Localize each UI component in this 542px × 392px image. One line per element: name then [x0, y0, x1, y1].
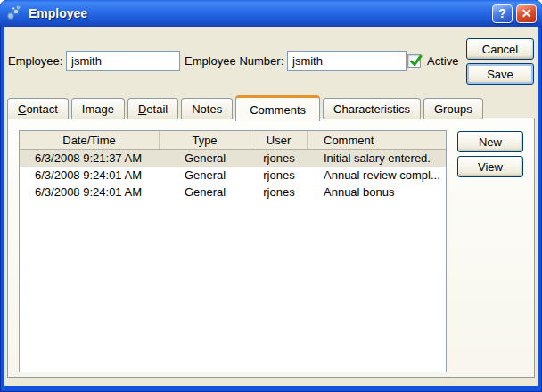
active-checkbox[interactable]	[407, 54, 421, 68]
cell-datetime: 6/3/2008 9:24:01 AM	[20, 185, 160, 199]
cell-user: rjones	[250, 151, 308, 165]
dialog-client-area: Employee: Employee Number: Active Cancel…	[4, 27, 538, 386]
tab-image[interactable]: Image	[71, 98, 125, 119]
tab-notes[interactable]: Notes	[181, 98, 233, 119]
check-icon	[408, 53, 424, 69]
employee-input[interactable]	[66, 51, 180, 71]
titlebar[interactable]: Employee ? ✕	[0, 0, 542, 27]
cell-user: rjones	[250, 185, 308, 199]
cell-type: General	[160, 185, 250, 199]
comments-table: Date/Time Type User Comment 6/3/2008 9:2…	[19, 130, 447, 372]
tab-comments[interactable]: Comments	[235, 95, 320, 121]
close-icon[interactable]: ✕	[516, 4, 537, 23]
table-row[interactable]: 6/3/2008 9:24:01 AM General rjones Annua…	[20, 184, 446, 200]
cell-type: General	[160, 168, 250, 182]
tab-strip: Contact Image Detail Notes Comments Char…	[7, 96, 483, 119]
cell-user: rjones	[250, 168, 308, 182]
cell-comment: Initial salary entered.	[308, 151, 446, 165]
new-button[interactable]: New	[457, 131, 523, 152]
tab-characteristics[interactable]: Characteristics	[323, 98, 421, 119]
table-header-row: Date/Time Type User Comment	[20, 131, 446, 150]
employee-number-label: Employee Number:	[185, 51, 283, 71]
cell-datetime: 6/3/2008 9:24:01 AM	[20, 168, 160, 182]
window-title: Employee	[29, 6, 87, 20]
employee-window: Employee ? ✕ Employee: Employee Number: …	[0, 0, 542, 392]
cell-datetime: 6/3/2008 9:21:37 AM	[20, 151, 160, 165]
view-button[interactable]: View	[457, 156, 523, 177]
cell-comment: Annual review compl...	[308, 168, 446, 182]
active-label: Active	[427, 51, 458, 71]
employee-number-input[interactable]	[287, 51, 406, 71]
help-icon[interactable]: ?	[492, 4, 513, 23]
app-molecule-icon	[5, 4, 23, 22]
column-header-datetime[interactable]: Date/Time	[20, 131, 160, 149]
save-button[interactable]: Save	[466, 63, 534, 85]
column-header-comment[interactable]: Comment	[308, 131, 446, 149]
cell-type: General	[160, 151, 250, 165]
column-header-user[interactable]: User	[250, 131, 308, 149]
table-row[interactable]: 6/3/2008 9:21:37 AM General rjones Initi…	[20, 150, 446, 167]
column-header-type[interactable]: Type	[160, 131, 250, 149]
tab-groups[interactable]: Groups	[423, 98, 483, 119]
cell-comment: Annual bonus	[308, 185, 446, 199]
tab-contact[interactable]: Contact	[7, 98, 69, 119]
tab-detail[interactable]: Detail	[127, 98, 178, 119]
cancel-button[interactable]: Cancel	[466, 38, 534, 60]
table-row[interactable]: 6/3/2008 9:24:01 AM General rjones Annua…	[20, 167, 446, 184]
comments-tab-panel: Date/Time Type User Comment 6/3/2008 9:2…	[7, 118, 535, 378]
employee-label: Employee:	[8, 51, 62, 71]
